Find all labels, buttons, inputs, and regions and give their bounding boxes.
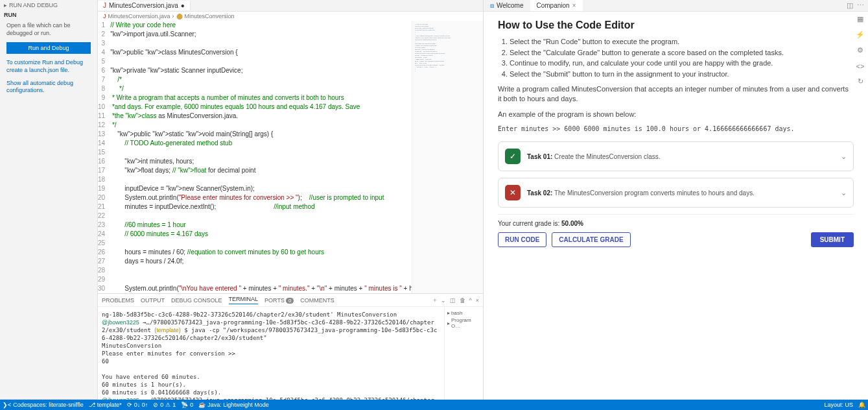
open-file-desc: Open a file which can be debugged or run… [0, 19, 97, 40]
status-codespaces[interactable]: ❯< Codespaces: literate-sniffle [3, 402, 84, 408]
chevron-icon: ▸ [4, 2, 7, 8]
run-code-button[interactable]: RUN CODE [498, 232, 546, 247]
step-1: Select the "Run Code" button to execute … [510, 36, 854, 47]
tab-welcome[interactable]: ⧈Welcome [484, 0, 530, 11]
status-ports[interactable]: 📡 0 [181, 402, 193, 408]
right-tabs: ⧈Welcome Companion × ◫ ⋯ [484, 0, 868, 12]
chevron-down-icon[interactable]: ⌄ [841, 152, 847, 161]
more-icon[interactable]: ⋯ [857, 1, 864, 10]
code-content[interactable]: // Write your code here "kw">import java… [110, 21, 412, 293]
run-debug-sidebar: ▸ RUN AND DEBUG RUN Open a file which ca… [0, 0, 98, 410]
breadcrumb[interactable]: J MinutesConversion.java › ⬤ MinutesConv… [98, 12, 483, 21]
run-section-label: RUN [0, 10, 97, 19]
right-iconbar: ▦ ⚡ ⚙ <> ↻ [855, 14, 865, 87]
companion-panel: ⧈Welcome Companion × ◫ ⋯ ▦ ⚡ ⚙ <> ↻ How … [483, 0, 868, 410]
calculate-grade-button[interactable]: CALCULATE GRADE [552, 232, 630, 247]
check-icon: ✓ [505, 149, 521, 164]
editor-region: J MinutesConversion.java ● J MinutesConv… [98, 0, 483, 410]
status-notifications-icon[interactable]: 🔔 [858, 402, 865, 408]
editor-tabs: J MinutesConversion.java ● [98, 0, 483, 12]
example-intro: An example of the program is shown below… [498, 110, 854, 119]
step-2: Select the "Calculate Grade" button to g… [510, 47, 854, 58]
new-terminal-icon[interactable]: + [433, 297, 436, 304]
tab-minutesconversion[interactable]: J MinutesConversion.java ● [98, 1, 191, 10]
chevron-down-icon[interactable]: ⌄ [841, 189, 847, 197]
terminal-tabs: PROBLEMS OUTPUT DEBUG CONSOLE TERMINAL P… [98, 294, 483, 307]
trash-icon[interactable]: 🗑 [460, 297, 465, 304]
cross-icon: ✕ [505, 185, 521, 200]
toc-icon[interactable]: ▦ [855, 14, 865, 25]
submit-button[interactable]: SUBMIT [811, 232, 854, 247]
java-file-icon: J [103, 13, 106, 19]
run-and-debug-button[interactable]: Run and Debug [6, 42, 91, 54]
terminal-output[interactable]: ng-18b-5d83f5bc-c3c6-4288-9b22-37326c520… [98, 307, 444, 410]
line-gutter: 1234567891011121314151617181920212223242… [98, 21, 110, 293]
step-3: Continue to modify, run, and calculate y… [510, 58, 854, 69]
terminal-program[interactable]: ▸ Program O… [447, 317, 480, 330]
vscode-icon: ⧈ [490, 2, 494, 10]
class-icon: ⬤ [176, 13, 183, 19]
status-layout[interactable]: Layout: US [824, 402, 853, 408]
tab-comments[interactable]: COMMENTS [300, 297, 334, 304]
refresh-icon[interactable]: ↻ [855, 77, 865, 87]
tab-output[interactable]: OUTPUT [141, 297, 165, 304]
task-1-card[interactable]: ✓ Task 01: Create the MinutesConversion … [498, 141, 854, 171]
terminal-sidebar: ▸ bash ▸ Program O… [444, 307, 483, 410]
chevron-down-icon[interactable]: ⌄ [441, 297, 446, 304]
run-debug-title: RUN AND DEBUG [9, 2, 58, 8]
code-icon[interactable]: <> [855, 61, 865, 71]
status-branch[interactable]: ⎇ template* [89, 402, 122, 408]
tab-debug-console[interactable]: DEBUG CONSOLE [171, 297, 222, 304]
split-terminal-icon[interactable]: ◫ [450, 297, 456, 304]
page-title: How to Use the Code Editor [498, 19, 854, 31]
status-bar: ❯< Codespaces: literate-sniffle ⎇ templa… [0, 400, 868, 410]
task-2-card[interactable]: ✕ Task 02: The MinutesConversion program… [498, 178, 854, 208]
tab-companion[interactable]: Companion × [530, 0, 583, 11]
gear-icon[interactable]: ⚙ [855, 45, 865, 56]
close-icon[interactable]: × [572, 2, 576, 9]
terminal-panel: PROBLEMS OUTPUT DEBUG CONSOLE TERMINAL P… [98, 293, 483, 410]
show-all-configs-link[interactable]: Show all automatic debug configurations. [0, 77, 97, 97]
tab-problems[interactable]: PROBLEMS [102, 297, 134, 304]
tab-terminal[interactable]: TERMINAL [229, 296, 259, 304]
customize-link[interactable]: To customize Run and Debug create a laun… [0, 56, 97, 77]
tab-ports[interactable]: PORTS0 [264, 297, 294, 304]
java-file-icon: J [103, 2, 106, 9]
code-editor[interactable]: 1234567891011121314151617181920212223242… [98, 21, 412, 293]
modified-indicator: ● [181, 2, 185, 9]
grade-label: Your current grade is: 50.00% [498, 220, 583, 227]
lightning-icon[interactable]: ⚡ [855, 30, 865, 40]
status-java[interactable]: ☕ Java: Lightweight Mode [198, 402, 269, 408]
maximize-icon[interactable]: ^ [469, 297, 472, 304]
terminal-bash[interactable]: ▸ bash [447, 309, 480, 317]
close-icon[interactable]: × [476, 297, 479, 304]
minimap[interactable]: // Write your code hereimport java.util.… [412, 21, 483, 293]
status-errors[interactable]: ⊘ 0 ⚠ 1 [153, 402, 176, 408]
assignment-desc: Write a program called MinutesConversion… [498, 84, 854, 104]
instruction-list: Select the "Run Code" button to execute … [498, 36, 854, 79]
example-output: Enter minutes >> 6000 6000 minutes is 10… [498, 125, 854, 134]
split-editor-icon[interactable]: ◫ [847, 1, 853, 10]
step-4: Select the "Submit" button to turn in th… [510, 69, 854, 80]
run-debug-header: ▸ RUN AND DEBUG [0, 0, 97, 10]
status-sync[interactable]: ⟳ 0↓ 0↑ [127, 402, 148, 408]
